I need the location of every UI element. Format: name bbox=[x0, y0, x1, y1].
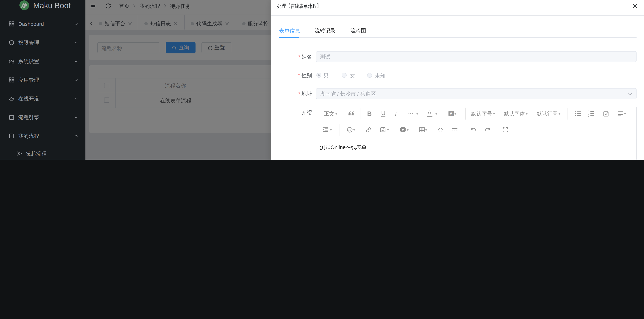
svg-text:3: 3 bbox=[588, 115, 589, 117]
